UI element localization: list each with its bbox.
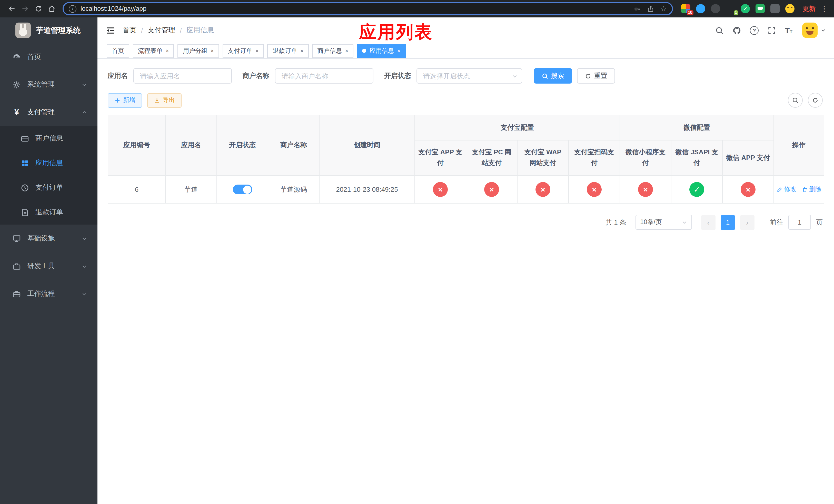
close-icon[interactable]: × <box>300 48 304 53</box>
add-button[interactable]: 新增 <box>108 93 142 108</box>
grid-icon <box>21 159 29 167</box>
sidebar-item-infra[interactable]: 基础设施 <box>0 225 97 252</box>
breadcrumb-item-current: 应用信息 <box>186 26 214 35</box>
status-select[interactable] <box>416 68 522 84</box>
reload-icon[interactable] <box>32 2 45 15</box>
gear-icon <box>12 80 21 89</box>
active-dot <box>362 49 366 53</box>
sidebar-subitem-refund-order[interactable]: 退款订单 <box>0 200 97 225</box>
table-toolbar: 新增 导出 <box>108 93 823 108</box>
extension-badge: 1 <box>734 10 738 15</box>
credit-card-icon <box>21 134 29 143</box>
back-icon[interactable] <box>5 2 19 15</box>
page-size-select[interactable]: 10条/页 <box>636 215 692 230</box>
site-info-icon[interactable]: i <box>69 5 76 13</box>
col-alipay-app: 支付宝 APP 支付 <box>415 140 466 176</box>
help-icon[interactable]: ? <box>750 26 759 35</box>
sidebar-subitem-app-info[interactable]: 应用信息 <box>0 151 97 175</box>
table-row: 6 芋道 芋道源码 2021-10-23 08:49:25 × × × × × … <box>108 176 824 203</box>
chevron-down-icon <box>82 82 87 87</box>
app-title: 芋道管理系统 <box>36 25 81 35</box>
export-button[interactable]: 导出 <box>147 93 181 108</box>
url-bar[interactable]: i localhost:1024/pay/app ☆ <box>63 2 673 15</box>
close-icon[interactable]: × <box>345 48 349 53</box>
browser-menu-icon[interactable]: ⋮ <box>820 4 829 13</box>
close-icon[interactable]: × <box>256 48 259 53</box>
tab-merchant-info[interactable]: 商户信息× <box>312 44 354 58</box>
extension-icon[interactable]: 1 <box>726 4 735 13</box>
next-page-button[interactable]: › <box>740 215 754 229</box>
user-menu[interactable] <box>802 23 826 38</box>
close-icon[interactable]: × <box>211 48 214 53</box>
sidebar-subitem-merchant-info[interactable]: 商户信息 <box>0 126 97 151</box>
avatar[interactable] <box>802 23 818 38</box>
breadcrumb-separator: / <box>141 26 143 34</box>
breadcrumb-item[interactable]: 支付管理 <box>148 26 175 35</box>
page-number-button[interactable]: 1 <box>721 215 735 229</box>
close-icon[interactable]: × <box>397 48 400 53</box>
sidebar-item-home[interactable]: 首页 <box>0 43 97 71</box>
close-icon[interactable]: × <box>166 48 169 53</box>
document-icon <box>21 208 29 216</box>
chevron-up-icon <box>82 110 87 115</box>
group-alipay-config: 支付宝配置 <box>415 115 620 140</box>
forward-icon[interactable] <box>19 2 32 15</box>
tab-process-form[interactable]: 流程表单× <box>133 44 174 58</box>
browser-update-button[interactable]: 更新 <box>798 4 820 13</box>
font-size-icon[interactable]: TT <box>785 26 792 34</box>
github-icon[interactable] <box>733 26 741 35</box>
status-select-input[interactable] <box>416 68 522 84</box>
url-text[interactable]: localhost:1024/pay/app <box>81 5 630 12</box>
merchant-name-input[interactable] <box>275 68 373 84</box>
disabled-icon: × <box>587 182 602 197</box>
cell-alipay-pc: × <box>466 176 517 203</box>
sidebar-subitem-pay-order[interactable]: 支付订单 <box>0 175 97 200</box>
sidebar-item-devtools[interactable]: 研发工具 <box>0 252 97 280</box>
refresh-button[interactable] <box>808 93 823 108</box>
clock-icon <box>21 183 29 192</box>
tab-pay-order[interactable]: 支付订单× <box>223 44 264 58</box>
extension-icon[interactable] <box>711 4 720 13</box>
sidebar-fold-icon[interactable] <box>106 25 115 35</box>
share-icon[interactable] <box>647 5 655 13</box>
search-icon[interactable] <box>715 26 724 35</box>
app-name-input[interactable] <box>133 68 232 84</box>
home-icon[interactable] <box>45 2 59 15</box>
password-key-icon[interactable] <box>634 5 641 13</box>
fullscreen-icon[interactable] <box>768 26 776 35</box>
toggle-search-button[interactable] <box>788 93 803 108</box>
extension-icon[interactable]: ✓ <box>741 4 750 13</box>
goto-page-input[interactable] <box>788 215 811 230</box>
sidebar-item-system[interactable]: 系统管理 <box>0 71 97 98</box>
bookmark-star-icon[interactable]: ☆ <box>660 5 667 12</box>
tab-refund-order[interactable]: 退款订单× <box>267 44 309 58</box>
sidebar-item-workflow[interactable]: 工作流程 <box>0 280 97 307</box>
search-button[interactable]: 搜索 <box>534 68 572 84</box>
tab-user-group[interactable]: 用户分组× <box>178 44 219 58</box>
delete-button[interactable]: 删除 <box>802 185 821 194</box>
navbar-actions: ? TT <box>715 23 826 38</box>
extension-icon[interactable]: 10 <box>681 4 690 13</box>
tab-label: 退款订单 <box>272 46 297 55</box>
extension-icon[interactable] <box>696 4 705 13</box>
chevron-down-icon <box>682 220 687 225</box>
breadcrumb-item[interactable]: 首页 <box>123 26 136 35</box>
tab-label: 流程表单 <box>138 46 162 55</box>
status-toggle[interactable] <box>233 185 252 194</box>
edit-button[interactable]: 修改 <box>776 185 796 194</box>
reset-button[interactable]: 重置 <box>577 68 615 84</box>
cell-app-id: 6 <box>108 176 166 203</box>
prev-page-button[interactable]: ‹ <box>701 215 716 229</box>
app-logo: 芋道管理系统 <box>0 18 97 43</box>
extensions-puzzle-icon[interactable] <box>770 4 780 13</box>
tab-app-info[interactable]: 应用信息× <box>357 44 405 58</box>
page-size-value: 10条/页 <box>640 218 662 227</box>
tab-home[interactable]: 首页 <box>107 44 129 58</box>
extension-icon[interactable] <box>755 4 765 13</box>
col-app-name: 应用名 <box>166 115 217 176</box>
col-app-id: 应用编号 <box>108 115 166 176</box>
extension-icon[interactable] <box>785 4 794 13</box>
status-label: 开启状态 <box>384 71 411 81</box>
monitor-icon <box>12 234 21 243</box>
sidebar-item-payment[interactable]: ¥ 支付管理 <box>0 98 97 126</box>
